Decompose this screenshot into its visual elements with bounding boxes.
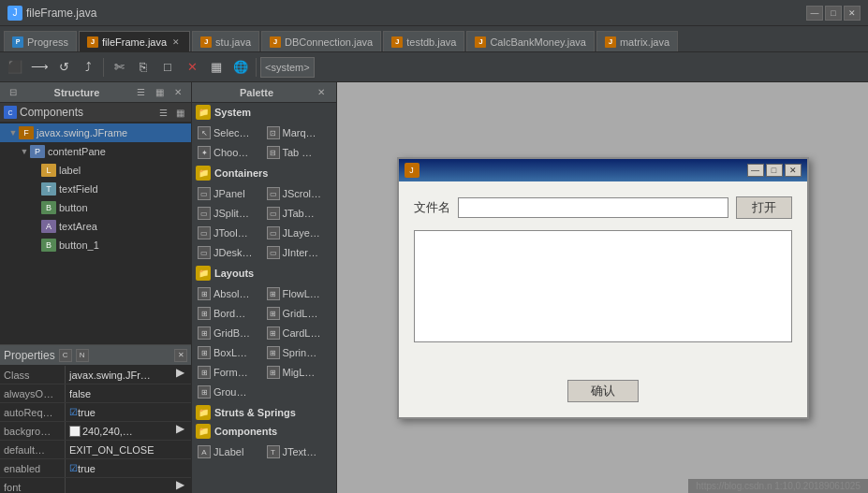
color-swatch-backgro [69,426,81,437]
prop-close-btn[interactable]: ✕ [174,349,187,362]
toolbar-web-btn[interactable]: 🌐 [229,56,252,79]
prop-val-backgro[interactable]: 240,240,… [66,422,176,440]
palette-item-flowl[interactable]: ⊞ FlowL… [265,284,333,303]
palette-title: Palette [199,87,314,98]
palette-item-sprin[interactable]: ⊞ Sprin… [265,343,333,362]
palette-close-btn[interactable]: ✕ [314,85,329,100]
structure-icon-1[interactable]: ⊟ [6,85,21,100]
palette-item-absol[interactable]: ⊞ Absol… [196,284,264,303]
toolbar-delete-btn[interactable]: ✕ [181,56,203,79]
tab-fileframe-close[interactable]: ✕ [170,36,182,48]
palette-section-containers-header[interactable]: 📁 Containers [192,164,336,182]
structure-btn-close[interactable]: ✕ [170,85,185,100]
palette-item-jtext[interactable]: T JText… [265,442,333,461]
prop-val-alwayso[interactable]: false [66,384,191,402]
preview-restore-btn[interactable]: □ [766,164,783,177]
bord-label: Bord… [213,308,245,319]
structure-btn-grid[interactable]: ▦ [152,85,167,100]
palette-section-system-header[interactable]: 📁 System [192,103,336,122]
prop-val-autoreq[interactable]: ☑true [66,403,191,421]
tree-label-jframe: javax.swing.JFrame [37,127,127,138]
tree-item-contentpane[interactable]: ▼ P contentPane [0,142,191,161]
tab-stu[interactable]: J stu.java [192,31,259,51]
structure-tree[interactable]: ▼ F javax.swing.JFrame ▼ P contentPane L… [0,122,191,344]
tab-progress[interactable]: P Progress [4,31,77,51]
toolbar-copy-btn[interactable]: ⎘ [132,56,154,79]
prop-btn-c[interactable]: C [59,349,72,362]
palette-section-components-header[interactable]: 📁 Components [192,422,336,441]
close-btn[interactable]: ✕ [844,6,861,21]
maximize-btn[interactable]: □ [825,6,842,21]
tab-calcbank[interactable]: J CalcBankMoney.java [466,31,595,51]
toolbar-btn-3[interactable]: ↺ [52,56,75,79]
palette-item-bord[interactable]: ⊞ Bord… [196,304,264,323]
select-label: Selec… [213,127,250,138]
palette-item-select[interactable]: ↖ Selec… [196,123,264,142]
toolbar-grid-btn[interactable]: ▦ [205,56,228,79]
preview-filename-input[interactable] [458,197,728,218]
palette-item-jtool[interactable]: ▭ JTool… [196,224,264,242]
palette-item-jpanel[interactable]: ▭ JPanel [196,184,264,203]
toolbar-btn-1[interactable]: ⬛ [4,56,26,79]
toolbar-btn-2[interactable]: ⟶ [28,56,51,79]
tree-item-button[interactable]: B button [0,198,191,217]
tree-item-textarea[interactable]: A textArea [0,217,191,236]
preview-window-icon: J [405,163,419,178]
structure-btn-list[interactable]: ☰ [133,85,148,100]
toolbar-system-label[interactable]: <system> [260,57,315,78]
absol-label: Absol… [213,288,250,299]
tree-item-jframe[interactable]: ▼ F javax.swing.JFrame [0,123,191,142]
palette-item-gridl[interactable]: ⊞ GridL… [265,304,333,323]
comp-btn-2[interactable]: ▦ [172,105,187,120]
choo-icon: ✦ [198,146,211,159]
tree-label-textarea: textArea [59,221,97,232]
palette-item-jscroll[interactable]: ▭ JScrol… [265,184,333,203]
tab-testdb[interactable]: J testdb.java [383,31,464,51]
palette-item-jtab[interactable]: ▭ JTab… [265,204,333,223]
prop-val-enabled[interactable]: ☑true [66,459,191,477]
palette-item-jlabel[interactable]: A JLabel [196,442,264,461]
prop-val-class[interactable]: javax.swing.JFr… [66,366,176,384]
palette-item-marq[interactable]: ⊡ Marq… [265,123,333,142]
palette-item-form[interactable]: ⊞ Form… [196,363,264,382]
palette-item-grou[interactable]: ⊞ Grou… [196,383,264,401]
palette-section-struts-header[interactable]: 📁 Struts & Springs [192,403,336,422]
preview-titlebar: J — □ ✕ [399,159,807,181]
palette-section-layouts-header[interactable]: 📁 Layouts [192,264,336,283]
preview-minimize-btn[interactable]: — [747,164,764,177]
minimize-btn[interactable]: — [806,6,823,21]
components-header[interactable]: C Components ☰ ▦ [0,103,191,122]
preview-confirm-btn[interactable]: 确认 [567,380,639,402]
prop-row-alwayso: alwaysO… false [0,384,191,403]
preview-open-btn[interactable]: 打开 [736,196,792,219]
prop-val-font[interactable] [66,478,176,493]
tree-item-label[interactable]: L label [0,161,191,180]
tab-dbconn[interactable]: J DBConnection.java [261,31,381,51]
select-icon: ↖ [198,126,211,139]
preview-textarea-row [414,226,792,369]
palette-item-jsplit[interactable]: ▭ JSplit… [196,204,264,223]
palette-item-cardl[interactable]: ⊞ CardL… [265,324,333,342]
prop-btn-n[interactable]: N [76,349,89,362]
palette-item-jdesk[interactable]: ▭ JDesk… [196,243,264,262]
tab-matrix[interactable]: J matrix.java [596,31,678,51]
palette-item-boxl[interactable]: ⊞ BoxL… [196,343,264,362]
preview-textarea[interactable] [414,230,792,342]
toolbar-paste-btn[interactable]: □ [156,56,179,79]
palette-item-migl[interactable]: ⊞ MigL… [265,363,333,382]
toolbar-cut-btn[interactable]: ✄ [108,56,130,79]
form-icon: ⊞ [198,366,211,379]
palette-item-gridb[interactable]: ⊞ GridB… [196,324,264,342]
tree-item-textfield[interactable]: T textField [0,180,191,198]
palette-item-jlaye[interactable]: ▭ JLaye… [265,224,333,242]
structure-header: ⊟ Structure ☰ ▦ ✕ [0,82,191,103]
palette-item-tab[interactable]: ⊟ Tab … [265,143,333,162]
preview-close-btn[interactable]: ✕ [785,164,802,177]
palette-item-choo[interactable]: ✦ Choo… [196,143,264,162]
tree-item-button1[interactable]: B button_1 [0,236,191,254]
toolbar-btn-4[interactable]: ⤴ [77,56,99,79]
tab-fileframe[interactable]: J fileFrame.java ✕ [79,31,190,51]
palette-item-jinter[interactable]: ▭ JInter… [265,243,333,262]
comp-btn-1[interactable]: ☰ [155,105,170,120]
prop-val-default[interactable]: EXIT_ON_CLOSE [66,441,191,458]
